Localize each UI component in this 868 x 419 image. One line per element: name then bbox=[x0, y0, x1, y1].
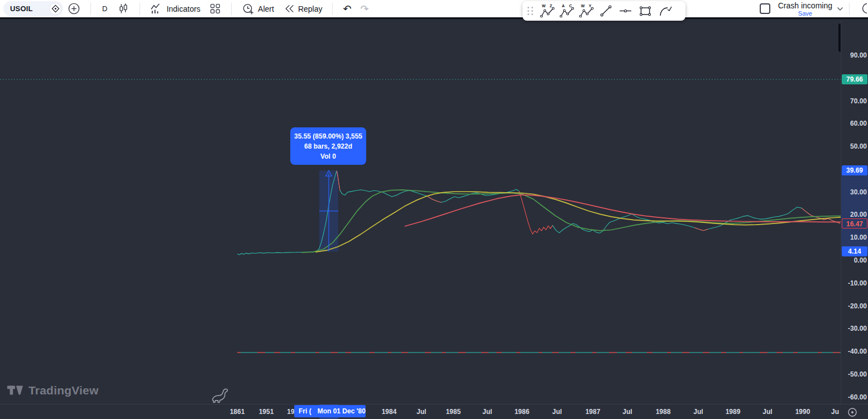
price-tick: 20.00 bbox=[841, 211, 867, 218]
top-toolbar: USOIL D bbox=[0, 0, 868, 19]
price-tick: 50.00 bbox=[841, 142, 867, 150]
time-axis[interactable]: 18611951191984Jul1985Jul1986Jul1987Jul19… bbox=[0, 404, 868, 419]
symbol-search-button[interactable]: USOIL bbox=[3, 1, 63, 16]
price-tick: -40.00 bbox=[841, 347, 867, 355]
price-tick: -50.00 bbox=[841, 370, 867, 378]
layout-chevron-down-icon[interactable] bbox=[837, 7, 843, 11]
save-button[interactable]: Save bbox=[798, 10, 812, 17]
scale-unit-selector: USD BLL bbox=[838, 23, 841, 52]
toolbar-separator bbox=[90, 3, 91, 15]
layout-name-block[interactable]: Crash incoming Save bbox=[778, 1, 832, 17]
time-axis-settings-icon[interactable] bbox=[847, 407, 857, 417]
trend-line-icon bbox=[599, 4, 613, 18]
svg-text:Y: Y bbox=[588, 4, 591, 8]
tradingview-logo-text: TradingView bbox=[28, 384, 99, 397]
brush-button[interactable] bbox=[655, 3, 674, 20]
range-high-badge: 39.69 bbox=[842, 165, 867, 175]
svg-text:A: A bbox=[562, 4, 564, 8]
horizontal-line-button[interactable] bbox=[616, 3, 635, 20]
indicators-button[interactable]: Indicators bbox=[146, 1, 205, 17]
drag-handle-icon[interactable] bbox=[527, 7, 534, 15]
time-tick: Ju bbox=[819, 408, 851, 416]
svg-text:W: W bbox=[541, 4, 545, 8]
chart-canvas[interactable] bbox=[0, 21, 841, 404]
pattern-ac-button[interactable]: A C bbox=[557, 3, 577, 20]
tradingview-logo-icon bbox=[7, 383, 23, 398]
price-tick: 10.00 bbox=[841, 234, 867, 241]
price-tick: -10.00 bbox=[841, 279, 867, 287]
chart-style-button[interactable] bbox=[113, 1, 134, 17]
price-tick: 0.00 bbox=[841, 256, 867, 264]
indicators-icon bbox=[150, 2, 163, 15]
price-tick: -30.00 bbox=[841, 325, 867, 332]
zigzag-pattern-icon: A C bbox=[559, 3, 575, 18]
price-tick: 30.00 bbox=[841, 188, 867, 196]
time-tick: Jul bbox=[541, 408, 573, 416]
measure-change: 35.55 (859.00%) 3,555 bbox=[290, 132, 366, 140]
rectangle-button[interactable] bbox=[635, 3, 655, 20]
time-tick: Jul bbox=[612, 408, 643, 416]
zigzag-pattern-icon: W Z bbox=[540, 3, 555, 18]
clock-icon bbox=[861, 2, 867, 15]
measure-volume: Vol 0 bbox=[290, 153, 366, 160]
svg-text:C: C bbox=[569, 4, 572, 8]
price-tick: -20.00 bbox=[841, 302, 867, 310]
alert-level-badge[interactable]: 79.66 bbox=[842, 74, 867, 84]
supercharts-diamond-icon bbox=[49, 3, 61, 15]
time-tick: Jul bbox=[752, 408, 783, 416]
replay-label: Replay bbox=[298, 4, 323, 13]
trend-line-button[interactable] bbox=[596, 3, 616, 20]
time-tick: Jul bbox=[472, 408, 503, 416]
time-tick: 1989 bbox=[717, 408, 749, 416]
alert-label: Alert bbox=[258, 4, 274, 13]
last-price-badge: 16.47 bbox=[842, 218, 867, 228]
drawing-toolbar: W Z A C W Y bbox=[522, 1, 685, 21]
undo-button[interactable]: ↶ bbox=[338, 3, 356, 15]
replay-icon bbox=[283, 3, 295, 15]
redo-button[interactable]: ↷ bbox=[356, 3, 373, 15]
layout-checkbox[interactable] bbox=[760, 3, 770, 14]
symbol-name: USOIL bbox=[10, 4, 45, 13]
indicators-label: Indicators bbox=[166, 4, 200, 13]
time-tick: 1984 bbox=[373, 408, 405, 416]
time-tick: 1990 bbox=[787, 408, 818, 416]
alert-button[interactable]: Alert bbox=[237, 1, 279, 17]
compare-add-button[interactable] bbox=[63, 1, 85, 17]
rectangle-icon bbox=[638, 4, 653, 18]
history-clock-button[interactable] bbox=[861, 2, 867, 16]
interval-button[interactable]: D bbox=[97, 1, 113, 17]
price-tick: 90.00 bbox=[841, 51, 867, 59]
time-tick: 1861 bbox=[222, 408, 253, 416]
toolbar-separator bbox=[849, 3, 850, 15]
replay-button[interactable]: Replay bbox=[279, 1, 327, 17]
chart-pane[interactable]: 35.55 (859.00%) 3,555 68 bars, 2,922d Vo… bbox=[0, 21, 841, 404]
measure-tooltip: 35.55 (859.00%) 3,555 68 bars, 2,922d Vo… bbox=[290, 127, 366, 165]
horizontal-line-icon bbox=[618, 4, 632, 18]
grid-templates-icon bbox=[209, 3, 221, 15]
time-tick: 1988 bbox=[648, 408, 679, 416]
layout-name: Crash incoming bbox=[778, 1, 832, 10]
layout-controls: Crash incoming Save bbox=[760, 1, 867, 17]
toolbar-separator bbox=[140, 3, 140, 15]
zigzag-pattern-icon: W Y bbox=[579, 3, 594, 18]
range-low-badge: 4.14 bbox=[842, 246, 867, 256]
time-tick: Jul bbox=[406, 408, 437, 416]
svg-text:W: W bbox=[581, 4, 584, 8]
candlestick-icon bbox=[117, 2, 130, 15]
price-axis[interactable]: 90.0070.0060.0050.0030.0020.0010.000.00-… bbox=[841, 21, 868, 404]
toolbar-separator bbox=[231, 3, 232, 15]
brush-icon bbox=[658, 4, 672, 18]
time-tick: Jul bbox=[683, 408, 714, 416]
date-badge-text: Mon 01 Dec '80 bbox=[318, 407, 366, 415]
date-badge: Fri ( Mon 01 Dec '80 bbox=[294, 405, 366, 417]
svg-text:Z: Z bbox=[549, 4, 552, 8]
indicator-templates-button[interactable] bbox=[205, 1, 226, 17]
toolbar-separator bbox=[332, 3, 333, 15]
plus-circle-icon bbox=[68, 2, 80, 15]
time-tick: 1987 bbox=[577, 408, 608, 416]
pattern-wy-button[interactable]: W Y bbox=[577, 3, 596, 20]
price-tick: 70.00 bbox=[841, 97, 867, 105]
pattern-wz-button[interactable]: W Z bbox=[538, 3, 557, 20]
tradingview-logo[interactable]: TradingView bbox=[7, 383, 99, 398]
alert-clock-icon bbox=[242, 2, 255, 16]
